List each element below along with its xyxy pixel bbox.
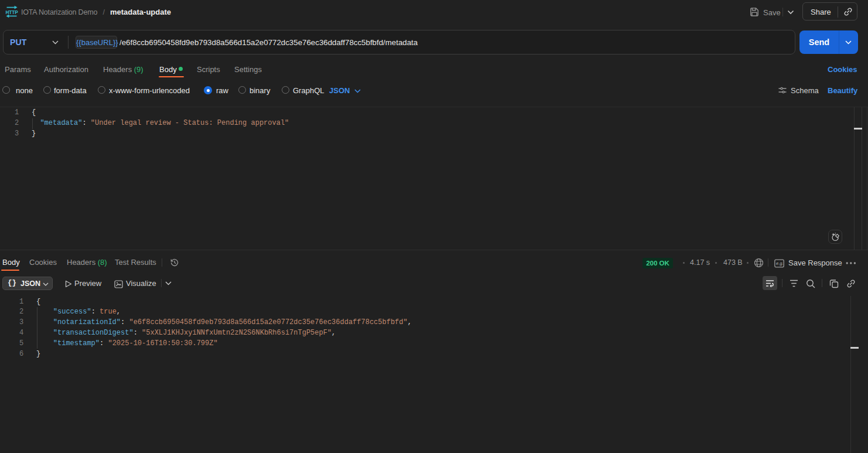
- svg-text:HTTP: HTTP: [5, 9, 18, 15]
- svg-text:e.g.: e.g.: [776, 261, 784, 266]
